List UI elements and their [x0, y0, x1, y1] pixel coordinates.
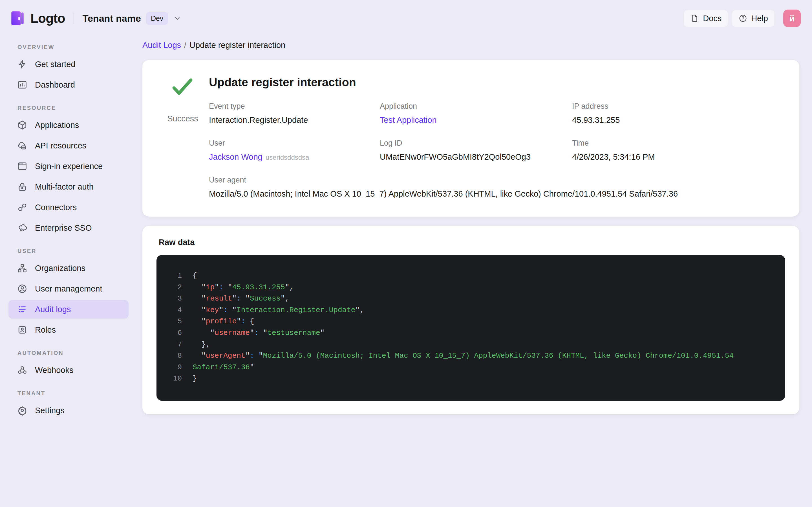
sidebar-item-api-resources[interactable]: API resources: [8, 136, 129, 155]
user-link[interactable]: Jackson Wong: [209, 152, 262, 161]
sidebar-item-label: Webhooks: [35, 365, 73, 375]
tenant-selector[interactable]: Tenant name Dev: [83, 12, 181, 25]
line-number: 8: [164, 350, 182, 362]
breadcrumb-current: Update register interaction: [190, 41, 285, 50]
avatar[interactable]: й: [783, 10, 801, 27]
line-number: 1: [164, 270, 182, 282]
sidebar-item-label: Audit logs: [35, 305, 71, 314]
field-label: IP address: [572, 102, 783, 111]
code-line: 6 "username": "testusername": [164, 327, 775, 339]
field-value: 45.93.31.255: [572, 115, 783, 125]
connectors-icon: [17, 202, 28, 213]
raw-data-title: Raw data: [159, 238, 785, 247]
breadcrumb-audit-logs-link[interactable]: Audit Logs: [142, 41, 181, 50]
avatar-initial: й: [789, 13, 795, 24]
code-line: 1{: [164, 270, 775, 282]
cloud-key-icon: [17, 223, 28, 233]
sidebar-item-dashboard[interactable]: Dashboard: [8, 75, 129, 94]
event-fields: Event type Interaction.Register.Update A…: [209, 102, 783, 199]
field-label: User: [209, 139, 380, 148]
tenant-name: Tenant name: [83, 13, 141, 24]
audit-list-icon: [17, 304, 28, 315]
line-number: 5: [164, 316, 182, 327]
sidebar-item-label: API resources: [35, 141, 86, 151]
field-log-id: Log ID UMatENw0rFWO5aGbMI8tY2Qol50eOg3: [380, 139, 572, 162]
org-chart-icon: [17, 263, 28, 274]
code-line: 2 "ip": "45.93.31.255",: [164, 282, 775, 293]
code-line: 8 "userAgent": "Mozilla/5.0 (Macintosh; …: [164, 350, 775, 362]
env-badge: Dev: [146, 12, 168, 25]
field-label: Log ID: [380, 139, 572, 148]
sidebar-section-resource: RESOURCE Applications API resources Sign…: [8, 105, 137, 237]
field-application: Application Test Application: [380, 102, 572, 125]
code-line: 7 },: [164, 339, 775, 350]
document-icon: [690, 14, 699, 23]
sidebar-item-label: Connectors: [35, 203, 77, 212]
code-line: 5 "profile": {: [164, 316, 775, 327]
line-number: 4: [164, 304, 182, 316]
sidebar-item-user-management[interactable]: User management: [8, 279, 129, 298]
breadcrumb-separator: /: [184, 41, 186, 50]
sidebar-item-organizations[interactable]: Organizations: [8, 259, 129, 277]
user-circle-icon: [17, 283, 28, 294]
logo[interactable]: Logto: [9, 10, 65, 26]
field-value: Interaction.Register.Update: [209, 115, 380, 125]
help-icon: [739, 14, 748, 23]
gear-icon: [17, 405, 28, 416]
code-line: 4 "key": "Interaction.Register.Update",: [164, 304, 775, 316]
sidebar-item-applications[interactable]: Applications: [8, 116, 129, 134]
line-number: 6: [164, 327, 182, 339]
event-main: Update register interaction Event type I…: [209, 75, 783, 199]
status-label: Success: [167, 114, 198, 123]
help-button[interactable]: Help: [732, 10, 774, 27]
raw-data-card: Raw data 1{2 "ip": "45.93.31.255",3 "res…: [142, 226, 799, 414]
field-label: Application: [380, 102, 572, 111]
chevron-down-icon: [174, 15, 181, 22]
logo-wordmark: Logto: [31, 11, 65, 26]
success-check-icon: [171, 77, 194, 97]
sidebar-item-label: Get started: [35, 60, 75, 69]
docs-button[interactable]: Docs: [684, 10, 728, 27]
event-detail-card: Success Update register interaction Even…: [142, 60, 799, 217]
lightning-icon: [17, 59, 28, 69]
field-user: User Jackson Wonguseridsddsdsa: [209, 139, 380, 162]
browser-window-icon: [17, 161, 28, 172]
sidebar-item-label: Applications: [35, 121, 79, 130]
sidebar-item-label: Settings: [35, 406, 64, 415]
field-ip-address: IP address 45.93.31.255: [572, 102, 783, 125]
line-number: 9: [164, 362, 182, 373]
section-label: RESOURCE: [17, 105, 137, 111]
sidebar-item-label: Organizations: [35, 264, 86, 273]
field-time: Time 4/26/2023, 5:34:16 PM: [572, 139, 783, 162]
sidebar-item-roles[interactable]: Roles: [8, 321, 129, 339]
sidebar-item-audit-logs[interactable]: Audit logs: [8, 300, 129, 319]
sidebar-item-enterprise-sso[interactable]: Enterprise SSO: [8, 219, 129, 237]
field-value: Mozilla/5.0 (Macintosh; Intel Mac OS X 1…: [209, 189, 783, 199]
help-label: Help: [751, 14, 768, 23]
field-value: UMatENw0rFWO5aGbMI8tY2Qol50eOg3: [380, 152, 572, 162]
sidebar-item-label: Dashboard: [35, 80, 75, 90]
line-number: 3: [164, 293, 182, 304]
sidebar-item-webhooks[interactable]: Webhooks: [8, 361, 129, 379]
sidebar-item-sign-in-experience[interactable]: Sign-in experience: [8, 157, 129, 175]
sidebar: OVERVIEW Get started Dashboard RESOURCE …: [0, 37, 137, 507]
docs-label: Docs: [703, 14, 721, 23]
page-title: Update register interaction: [209, 76, 783, 89]
field-label: Time: [572, 139, 783, 148]
sidebar-item-connectors[interactable]: Connectors: [8, 198, 129, 217]
bar-chart-icon: [17, 79, 28, 90]
topbar-actions: Docs Help й: [684, 10, 801, 27]
code-line: 9Safari/537.36": [164, 362, 775, 373]
lock-icon: [17, 181, 28, 192]
raw-data-codeblock: 1{2 "ip": "45.93.31.255",3 "result": "Su…: [156, 255, 785, 401]
application-link[interactable]: Test Application: [380, 115, 572, 125]
topbar: Logto Tenant name Dev Docs Help й: [0, 0, 812, 37]
sidebar-section-user: USER Organizations User management Audit…: [8, 248, 137, 339]
line-number: 10: [164, 373, 182, 385]
line-number: 2: [164, 282, 182, 293]
field-event-type: Event type Interaction.Register.Update: [209, 102, 380, 125]
sidebar-item-multi-factor-auth[interactable]: Multi-factor auth: [8, 177, 129, 196]
sidebar-item-get-started[interactable]: Get started: [8, 55, 129, 73]
sidebar-item-settings[interactable]: Settings: [8, 401, 129, 420]
cube-icon: [17, 120, 28, 130]
